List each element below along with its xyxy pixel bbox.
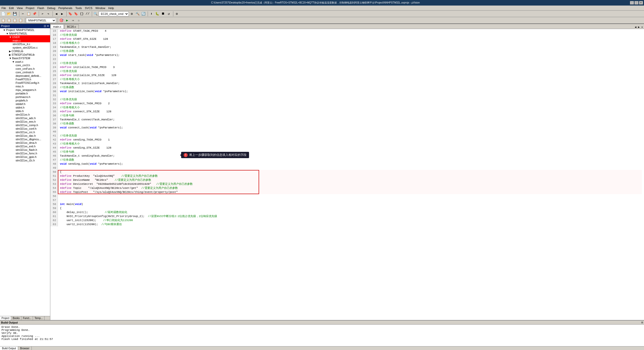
menu-item-window[interactable]: Window [94,6,107,10]
tree-item[interactable]: core_cmFunc.h [0,67,50,71]
tree-item[interactable]: projdefs.h [0,99,50,102]
brace-button[interactable]: {} [79,11,85,17]
tree-item[interactable]: ▼ NNHPSTM32L [0,32,50,35]
tree-item[interactable]: core_cm3.h [0,63,50,67]
menu-item-project[interactable]: Project [24,6,36,10]
tb2-3[interactable]: 📋 [12,18,18,23]
compile-button[interactable]: ⚙ [129,11,135,17]
tree-item[interactable]: ▼ usart.c [0,60,50,63]
download-button[interactable]: ⬇ [149,11,154,17]
tree-item[interactable]: ▼ BasicSYSTEM [0,56,50,60]
open-button[interactable]: 📂 [6,11,12,17]
code-line: #define START_STK_SIZE 128 [60,37,642,41]
tree-item[interactable]: system_stm32f1xx.c [0,46,50,49]
tree-item[interactable]: main.c [0,39,50,42]
line-number: 54 [52,186,56,190]
build-tab-1[interactable]: Browser [18,346,32,350]
nav-back-button[interactable]: ◀ [54,11,59,17]
debug-button[interactable]: 🐛 [154,11,160,17]
tree-item-label: stm321xx_dbgmcu... [16,138,41,141]
tree-item[interactable]: stm321xx_dma.h [0,141,50,145]
settings-button[interactable]: ⚙ [174,11,180,17]
new-button[interactable]: 📄 [1,11,6,17]
tree-item[interactable]: stm321xx_flash.h [0,148,50,152]
menu-item-view[interactable]: View [15,6,24,10]
menu-item-tools[interactable]: Tools [74,6,84,10]
target-dropdown[interactable]: EC20_check_cmd [99,11,129,16]
editor-tab-1[interactable]: BC20.c [64,24,79,29]
rebuild-button[interactable]: 🔄 [141,11,146,17]
editor-content[interactable]: 1516171819202122232425262728293031323334… [50,29,644,320]
editor-tabs: main.cBC20.c◀ ▶ ✕ [50,24,644,29]
tree-item[interactable]: stm321xx_ees.h [0,120,50,123]
project-tab-0[interactable]: Project [0,316,11,320]
save-button[interactable]: 💾 [12,11,18,17]
maximize-button[interactable]: □ [634,1,638,5]
tree-item[interactable]: mpu_wrappers.h [0,88,50,92]
build-tab-0[interactable]: Build Output [0,346,18,350]
project-tab-2[interactable]: Funct... [21,316,33,320]
tree-item[interactable]: stm321xx_adc.h [0,116,50,120]
build-button[interactable]: 🔨 [135,11,140,17]
paste-button[interactable]: 📌 [32,11,37,17]
menu-item-peripherals[interactable]: Peripherals [57,6,74,10]
stop-button[interactable]: ⏹ [160,11,166,17]
tb2-target[interactable]: 🎯 [59,18,64,23]
reset-button[interactable]: ↺ [166,11,172,17]
bookmark2-button[interactable]: 🔖 [73,11,79,17]
project-tab-1[interactable]: Books [11,316,21,320]
menu-item-svcs[interactable]: SVCS [83,6,94,10]
tree-item[interactable]: stm321xx_dbgmcu... [0,137,50,141]
redo-button[interactable]: ↷ [46,11,51,17]
menu-item-edit[interactable]: Edit [8,6,15,10]
tree-item[interactable]: stm321xx_gpio.h [0,155,50,159]
tree-item[interactable]: FreeRTOS.h [0,78,50,81]
tree-item[interactable]: stdio.h [0,109,50,113]
tb2-star[interactable]: ☆ [76,18,82,23]
tree-item[interactable]: FreeRTOSConfig.h [0,81,50,85]
tree-item[interactable]: stm321xx_conf.h [0,127,50,130]
close-button[interactable]: ✕ [639,1,643,5]
menu-item-file[interactable]: File [0,6,8,10]
bookmark-button[interactable]: 🔖 [67,11,73,17]
search-button[interactable]: 🔍 [93,11,98,17]
tree-item[interactable]: stdint.h [0,106,50,109]
undo-button[interactable]: ↶ [40,11,45,17]
tree-item[interactable]: stm321xx_comp.h [0,123,50,127]
tb2-arrow[interactable]: ⇒ [70,18,76,23]
tree-item[interactable]: misc.h [0,85,50,88]
tree-item[interactable]: stm321xx_crc.h [0,130,50,134]
tree-item[interactable]: stm321xx_i2c.h [0,159,50,162]
tb2-2[interactable]: 📋 [6,18,12,23]
tb2-4[interactable]: 📋 [18,18,23,23]
tree-item[interactable]: ▼ USER [0,35,50,39]
tree-item[interactable]: deprecated_definiti... [0,74,50,78]
tree-item[interactable]: ▶ CORELib [0,49,50,53]
tree-item[interactable]: stm321xx.h [0,113,50,116]
menu-item-flash[interactable]: Flash [36,6,46,10]
editor-tab-0[interactable]: main.c [50,24,64,29]
tree-item[interactable]: portable.h [0,92,50,95]
project-tab-3[interactable]: Temp... [33,316,45,320]
tree-item[interactable]: stm321xx_dac.h [0,134,50,137]
comment-button[interactable]: // [85,11,90,17]
tree-item[interactable]: stddef.h [0,102,50,106]
tree-item[interactable]: core_cmInstr.h [0,71,50,74]
menu-item-debug[interactable]: Debug [46,6,57,10]
tree-item[interactable]: stm321xx_fsmc.h [0,152,50,155]
project-dropdown[interactable]: NNHPSTM32L [26,18,56,23]
copy-button[interactable]: 📋 [26,11,31,17]
tree-item[interactable]: ▼ Project: NNHPSTM32L [0,28,50,32]
menu-item-help[interactable]: Help [107,6,115,10]
code-lines[interactable]: #define START_TASK_PRIO 4//任务优先级#define … [58,29,644,226]
tree-item[interactable]: stm32f1xx_it.c [0,42,50,46]
tb2-green[interactable]: ▶ [64,18,70,23]
nav-fwd-button[interactable]: ▶ [59,11,65,17]
minimize-button[interactable]: – [630,1,634,5]
tb2-1[interactable]: 📋 [1,18,6,23]
tree-item[interactable]: stm321xx_exti.h [0,145,50,148]
tree-item[interactable]: portmacro.h [0,95,50,99]
project-tabs: ProjectBooksFunct...Temp... [0,316,50,320]
tree-item[interactable]: ▶ STM32F10xFWLib [0,53,50,56]
cut-button[interactable]: ✂ [20,11,26,17]
